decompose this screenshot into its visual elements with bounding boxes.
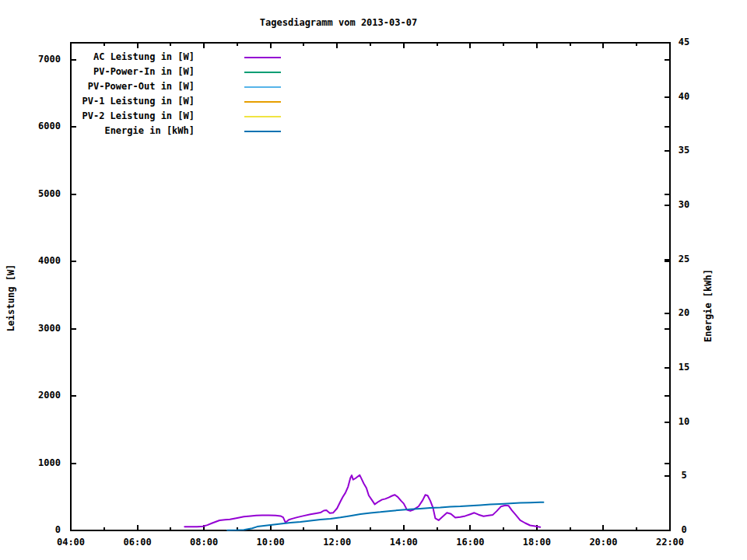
x-tick-label: 12:00 (323, 537, 351, 548)
y1-tick-label: 4000 (22, 255, 61, 266)
y1-tick-label: 0 (22, 524, 61, 535)
series-line-0 (184, 475, 540, 527)
y2-tick-label: 5 (672, 470, 696, 481)
left-axis-label: Leistung [W] (5, 264, 16, 332)
legend-line-sample (244, 131, 281, 132)
legend-line-sample (244, 116, 281, 117)
x-tick-label: 06:00 (123, 537, 151, 548)
x-tick-label: 22:00 (656, 537, 684, 548)
legend-label: PV-1 Leistung in [W] (47, 94, 195, 109)
legend-label: PV-2 Leistung in [W] (47, 109, 195, 124)
legend-line-sample (244, 86, 281, 88)
x-tick-label: 20:00 (589, 537, 617, 548)
legend-label: AC Leistung in [W] (47, 50, 195, 65)
y2-tick-label: 20 (672, 307, 696, 318)
legend-line-sample (244, 57, 281, 58)
legend-label: PV-Power-In in [W] (47, 65, 195, 79)
right-axis-label: Energie [kWh] (703, 269, 714, 342)
y2-tick-label: 10 (672, 416, 696, 427)
x-tick-label: 04:00 (57, 537, 85, 548)
x-tick-label: 14:00 (390, 537, 418, 548)
daily-diagram-chart: Tagesdiagramm vom 2013-03-07 Leistung [W… (0, 0, 747, 560)
y1-tick-label: 2000 (22, 390, 61, 401)
x-tick-label: 16:00 (456, 537, 484, 548)
legend-line-sample (244, 72, 281, 73)
y2-tick-label: 30 (672, 199, 696, 210)
y2-tick-label: 40 (672, 91, 696, 102)
x-tick-label: 08:00 (190, 537, 218, 548)
y1-tick-label: 3000 (22, 323, 61, 334)
y2-tick-label: 45 (672, 37, 696, 47)
y1-tick-label: 5000 (22, 188, 61, 199)
y2-tick-label: 0 (672, 524, 696, 535)
y2-tick-label: 25 (672, 254, 696, 264)
legend-line-sample (244, 101, 281, 103)
y2-tick-label: 15 (672, 362, 696, 373)
legend-label: Energie in [kWh] (47, 124, 195, 138)
y2-tick-label: 35 (672, 145, 696, 156)
legend-label: PV-Power-Out in [W] (47, 79, 195, 94)
x-tick-label: 10:00 (257, 537, 285, 548)
x-tick-label: 18:00 (523, 537, 551, 548)
chart-title: Tagesdiagramm vom 2013-03-07 (260, 17, 417, 28)
y1-tick-label: 1000 (22, 457, 61, 468)
